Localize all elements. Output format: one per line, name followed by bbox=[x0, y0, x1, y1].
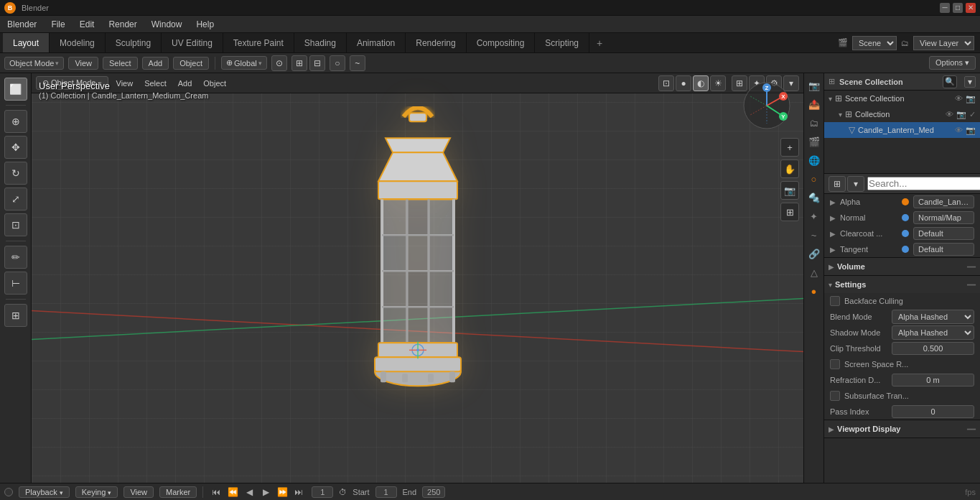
next-frame-button[interactable]: ⏩ bbox=[275, 486, 289, 499]
properties-search-input[interactable] bbox=[867, 177, 980, 190]
minimize-button[interactable]: ─ bbox=[940, 3, 950, 13]
refraction-depth-value[interactable]: 0 m bbox=[892, 374, 974, 386]
tab-shading[interactable]: Shading bbox=[294, 33, 347, 52]
props-view-tab[interactable]: ⊞ bbox=[829, 176, 846, 192]
tangent-expand[interactable]: ▶ bbox=[830, 246, 836, 254]
current-frame[interactable]: 1 bbox=[312, 486, 333, 498]
menu-render[interactable]: Render bbox=[106, 18, 139, 31]
tab-sculpting[interactable]: Sculpting bbox=[106, 33, 162, 52]
maximize-button[interactable]: □ bbox=[953, 3, 963, 13]
props-tab-render[interactable]: 📷 bbox=[806, 78, 822, 93]
candle-lantern-render[interactable]: 📷 bbox=[966, 126, 976, 135]
screen-space-checkbox[interactable] bbox=[830, 359, 840, 369]
camera-button[interactable]: 📷 bbox=[780, 181, 799, 200]
props-tab-modifier[interactable]: 🔩 bbox=[806, 190, 822, 205]
outliner-item-scene-collection[interactable]: ▾ ⊞ Scene Collection 👁 📷 bbox=[824, 91, 980, 106]
tab-modeling[interactable]: Modeling bbox=[50, 33, 106, 52]
shading-material[interactable]: ◐ bbox=[693, 75, 709, 91]
shading-solid[interactable]: ● bbox=[676, 75, 691, 91]
outliner-item-candle-lantern[interactable]: ▽ Candle_Lantern_Med 👁 📷 bbox=[824, 122, 980, 138]
settings-section-header[interactable]: ▾ Settings ━━ bbox=[824, 276, 980, 293]
tool-scale[interactable]: ⤢ bbox=[4, 188, 27, 210]
props-tab-scene[interactable]: 🎬 bbox=[806, 134, 822, 149]
props-filter-tab[interactable]: ▾ bbox=[847, 176, 864, 192]
alpha-value[interactable]: Candle_Lante... bbox=[913, 195, 974, 208]
scene-collection-view[interactable]: 👁 bbox=[955, 94, 963, 103]
tab-layout[interactable]: Layout bbox=[3, 33, 50, 52]
backface-culling-checkbox[interactable] bbox=[830, 296, 840, 306]
tab-rendering[interactable]: Rendering bbox=[406, 33, 466, 52]
snap-toggle[interactable]: ⊞ bbox=[291, 55, 307, 71]
tab-compositing[interactable]: Compositing bbox=[467, 33, 536, 52]
subsurface-tran-checkbox[interactable] bbox=[830, 391, 840, 401]
view-layer-select[interactable]: View Layer bbox=[913, 36, 974, 50]
normal-expand[interactable]: ▶ bbox=[830, 214, 836, 222]
tool-move[interactable]: ✥ bbox=[4, 136, 27, 159]
props-tab-particles[interactable]: ✦ bbox=[806, 208, 822, 224]
tab-animation[interactable]: Animation bbox=[347, 33, 406, 52]
tool-select-box[interactable]: ⬜ bbox=[4, 78, 27, 101]
menu-file[interactable]: File bbox=[48, 18, 67, 31]
tab-scripting[interactable]: Scripting bbox=[535, 33, 589, 52]
clip-threshold-value[interactable]: 0.500 bbox=[892, 342, 974, 355]
viewport-display-header[interactable]: ▶ Viewport Display ━━ bbox=[824, 420, 980, 438]
axes-widget[interactable]: Z X Y bbox=[742, 80, 792, 131]
snap-options[interactable]: ⊟ bbox=[309, 55, 325, 71]
tool-add[interactable]: ⊞ bbox=[4, 304, 27, 327]
pan-button[interactable]: ✋ bbox=[780, 159, 799, 178]
clearcoat-value[interactable]: Default bbox=[913, 227, 974, 240]
blend-mode-select[interactable]: Alpha Hashed Opaque Alpha Clip Alpha Ble… bbox=[892, 310, 974, 324]
props-tab-view-layer[interactable]: 🗂 bbox=[806, 115, 822, 131]
props-tab-material[interactable]: ● bbox=[806, 283, 822, 299]
object-menu[interactable]: Object bbox=[173, 57, 209, 70]
clearcoat-expand[interactable]: ▶ bbox=[830, 230, 836, 238]
select-menu[interactable]: Select bbox=[103, 57, 138, 70]
collection-render[interactable]: 📷 bbox=[956, 110, 966, 119]
options-button[interactable]: Options ▾ bbox=[929, 56, 976, 70]
add-workspace-button[interactable]: + bbox=[589, 33, 610, 52]
keying-menu[interactable]: Keying ▾ bbox=[75, 486, 118, 498]
shading-wireframe[interactable]: ⊡ bbox=[658, 75, 674, 91]
pivot-point-button[interactable]: ⊙ bbox=[271, 55, 287, 71]
start-frame[interactable]: 1 bbox=[375, 486, 397, 498]
outliner-item-collection[interactable]: ▾ ⊞ Collection 👁 📷 ✓ bbox=[824, 106, 980, 122]
mode-selector[interactable]: Object Mode ▾ bbox=[4, 57, 64, 70]
end-frame[interactable]: 250 bbox=[422, 486, 445, 498]
shading-rendered[interactable]: ☀ bbox=[710, 75, 726, 91]
props-tab-data[interactable]: △ bbox=[806, 264, 822, 280]
jump-end-button[interactable]: ⏭ bbox=[291, 486, 306, 499]
scene-collection-render[interactable]: 📷 bbox=[966, 94, 976, 103]
props-tab-output[interactable]: 📤 bbox=[806, 96, 822, 112]
props-tab-object[interactable]: ○ bbox=[806, 171, 822, 187]
close-button[interactable]: ✕ bbox=[966, 3, 976, 13]
scene-select[interactable]: Scene bbox=[852, 36, 897, 50]
volume-section-header[interactable]: ▶ Volume ━━ bbox=[824, 258, 980, 275]
collection-view[interactable]: 👁 bbox=[946, 110, 953, 119]
props-tab-world[interactable]: 🌐 bbox=[806, 152, 822, 168]
pass-index-value[interactable]: 0 bbox=[892, 405, 974, 418]
menu-blender[interactable]: Blender bbox=[4, 18, 39, 31]
proportional-falloff[interactable]: ~ bbox=[350, 55, 365, 71]
playback-menu[interactable]: Playback ▾ bbox=[19, 486, 70, 498]
tab-texture-paint[interactable]: Texture Paint bbox=[223, 33, 294, 52]
tool-measure[interactable]: ⊢ bbox=[4, 272, 27, 295]
transform-orientation[interactable]: ⊕ Global ▾ bbox=[221, 56, 267, 70]
props-tab-constraints[interactable]: 🔗 bbox=[806, 246, 822, 261]
outliner-search[interactable]: 🔍 bbox=[943, 75, 957, 88]
shadow-mode-select[interactable]: Alpha Hashed None Opaque Alpha Clip bbox=[892, 325, 974, 340]
normal-value[interactable]: Normal/Map bbox=[913, 211, 974, 224]
add-menu[interactable]: Add bbox=[142, 57, 169, 70]
view-menu-bottom[interactable]: View bbox=[123, 486, 154, 498]
view-menu[interactable]: View bbox=[68, 57, 98, 70]
candle-lantern-view[interactable]: 👁 bbox=[955, 126, 963, 134]
tool-transform[interactable]: ⊡ bbox=[4, 213, 27, 236]
menu-edit[interactable]: Edit bbox=[77, 18, 98, 31]
play-reverse-button[interactable]: ◀ bbox=[242, 486, 256, 499]
zoom-in-button[interactable]: + bbox=[780, 138, 799, 157]
prev-frame-button[interactable]: ⏪ bbox=[225, 486, 240, 499]
proportional-editing[interactable]: ○ bbox=[330, 55, 345, 71]
tab-uv-editing[interactable]: UV Editing bbox=[162, 33, 223, 52]
jump-start-button[interactable]: ⏮ bbox=[209, 486, 223, 499]
menu-help[interactable]: Help bbox=[193, 18, 217, 31]
props-tab-physics[interactable]: ~ bbox=[806, 227, 822, 243]
